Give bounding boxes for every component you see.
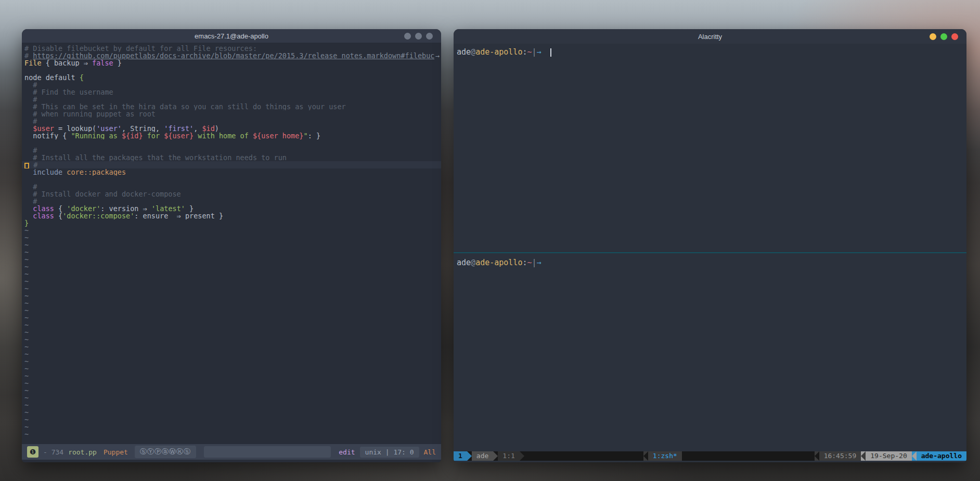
code-line	[22, 139, 441, 147]
powerline-separator-icon	[493, 451, 498, 461]
empty-line-indicator: ~	[22, 372, 441, 380]
empty-line-indicator: ~	[22, 336, 441, 343]
terminal-area: ade@ade-apollo:~|→ ade@ade-apollo:~|→	[454, 44, 966, 451]
tmux-segment-ade: ade	[472, 451, 493, 461]
emacs-buffer[interactable]: # Disable filebucket by default for all …	[22, 43, 441, 444]
code-line: # Disable filebucket by default for all …	[22, 45, 441, 52]
code-line: # Install docker and docker-compose	[22, 190, 441, 198]
powerline-separator-icon	[467, 451, 472, 461]
empty-line-indicator: ~	[22, 227, 441, 234]
prompt-arrow-icon: →	[537, 47, 541, 57]
powerline-separator-icon	[639, 451, 643, 461]
empty-line-indicator: ~	[22, 329, 441, 336]
code-line: }	[22, 219, 441, 227]
prompt-text: |	[532, 47, 537, 57]
emacs-window-title: emacs-27.1@ade-apollo	[195, 32, 268, 40]
terminal-cursor	[550, 48, 551, 57]
tmux-bar-gap	[524, 451, 639, 461]
prompt-text: ade	[457, 47, 471, 57]
minimize-button-icon[interactable]	[930, 33, 936, 40]
code-line: #	[22, 118, 441, 125]
empty-line-indicator: ~	[22, 263, 441, 270]
code-line: node default {	[22, 74, 441, 81]
maximize-button-icon[interactable]	[940, 33, 947, 40]
prompt-text: @	[471, 258, 475, 267]
echo-area	[22, 460, 441, 462]
tmux-status-16:45:59: 16:45:59	[819, 451, 861, 461]
shell-prompt: ade@ade-apollo:~|→	[454, 44, 966, 57]
alacritty-window-title: Alacritty	[698, 33, 722, 41]
empty-line-indicator: ~	[22, 350, 441, 358]
code-line: # https://github.com/puppetlabs/docs-arc…	[22, 52, 441, 59]
terminal-pane-top[interactable]: ade@ade-apollo:~|→	[454, 44, 966, 252]
window-button-icon[interactable]	[426, 33, 433, 40]
editor-state: edit	[339, 448, 355, 456]
prompt-text: ~	[527, 258, 532, 267]
code-line: #	[22, 183, 441, 190]
emacs-window: emacs-27.1@ade-apollo # Disable filebuck…	[22, 29, 441, 462]
tmux-bar-strip	[454, 461, 966, 462]
empty-line-indicator: ~	[22, 278, 441, 285]
empty-line-indicator: ~	[22, 394, 441, 401]
empty-line-indicator: ~	[22, 365, 441, 372]
code-line: #	[22, 96, 441, 103]
prompt-text: |	[532, 258, 537, 267]
code-line: # Find the username	[22, 88, 441, 96]
emacs-titlebar-buttons	[404, 29, 433, 43]
window-button-icon[interactable]	[415, 33, 422, 40]
buffer-size: - 734	[43, 448, 63, 456]
empty-line-indicator: ~	[22, 431, 441, 438]
empty-line-indicator: ~	[22, 380, 441, 387]
code-line: notify { "Running as ${id} for ${user} w…	[22, 132, 441, 139]
tmux-segment-1: 1	[454, 451, 467, 461]
powerline-separator-icon	[643, 451, 648, 461]
empty-line-indicator: ~	[22, 343, 441, 350]
code-line: include core::packages	[22, 168, 441, 176]
terminal-pane-bottom[interactable]: ade@ade-apollo:~|→	[454, 253, 966, 451]
empty-line-indicator: ~	[22, 314, 441, 321]
alacritty-titlebar[interactable]: Alacritty	[454, 29, 966, 44]
prompt-text: ade-apollo	[475, 47, 522, 57]
code-line: class {'docker::compose': ensure ⇒ prese…	[22, 212, 441, 219]
tmux-status-ade-apollo: ade-apollo	[917, 451, 966, 461]
powerline-separator-icon	[520, 451, 524, 461]
shell-prompt: ade@ade-apollo:~|→	[454, 253, 966, 268]
code-line: #	[22, 161, 441, 168]
emacs-titlebar[interactable]: emacs-27.1@ade-apollo	[22, 29, 441, 43]
empty-line-indicator: ~	[22, 401, 441, 409]
empty-line-indicator: ~	[22, 256, 441, 263]
code-line: #	[22, 81, 441, 88]
empty-line-indicator: ~	[22, 270, 441, 278]
empty-line-indicator: ~	[22, 307, 441, 314]
powerline-separator-icon	[815, 451, 819, 461]
close-button-icon[interactable]	[951, 33, 958, 40]
empty-line-indicator: ~	[22, 285, 441, 292]
emacs-modeline: ❶ - 734 root.pp Puppet ⓈⓎⓅⓐⓌⓀⓈ edit unix…	[22, 444, 441, 460]
empty-line-indicator: ~	[22, 409, 441, 416]
empty-line-indicator: ~	[22, 241, 441, 249]
tmux-window-active[interactable]: 1:zsh*	[648, 451, 682, 461]
code-line: $user = lookup('user', String, 'first', …	[22, 125, 441, 132]
alacritty-titlebar-buttons	[930, 29, 958, 44]
tmux-status-bar: 1ade1:11:zsh*16:45:5919-Sep-20ade-apollo	[454, 451, 966, 461]
prompt-text: ade	[457, 258, 471, 267]
window-button-icon[interactable]	[404, 33, 411, 40]
prompt-text: @	[471, 47, 475, 57]
scroll-position: All	[424, 448, 436, 456]
workspace-badge: ❶	[27, 446, 38, 458]
code-line: # Install all the packages that the work…	[22, 154, 441, 161]
alacritty-window: Alacritty ade@ade-apollo:~|→ ade@ade-apo…	[454, 29, 966, 462]
code-line	[22, 176, 441, 183]
code-line	[22, 67, 441, 74]
prompt-arrow-icon: →	[537, 258, 541, 267]
emacs-cursor	[24, 163, 29, 168]
empty-line-indicator: ~	[22, 423, 441, 431]
tmux-segment-1:1: 1:1	[498, 451, 519, 461]
tmux-bar-gap	[682, 451, 815, 461]
buffer-file-name: root.pp	[68, 448, 97, 456]
powerline-separator-icon	[861, 451, 866, 461]
major-mode: Puppet	[104, 448, 128, 456]
code-line: #	[22, 147, 441, 154]
empty-line-indicator: ~	[22, 300, 441, 307]
empty-line-indicator: ~	[22, 249, 441, 256]
